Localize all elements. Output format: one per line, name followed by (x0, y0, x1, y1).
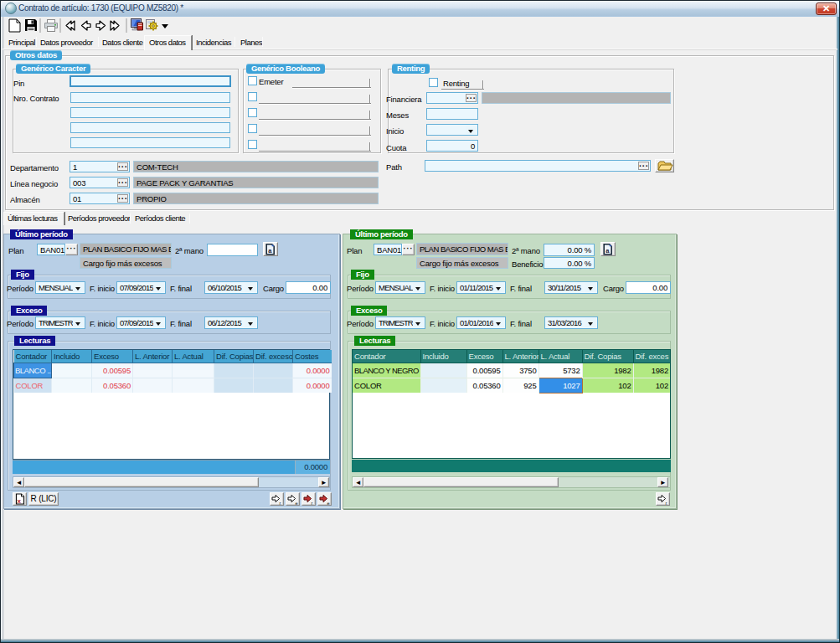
svg-text:r: r (666, 501, 667, 506)
svg-text:r: r (280, 501, 281, 506)
svg-text:e: e (327, 501, 330, 506)
svg-text:e: e (296, 501, 298, 506)
svg-text:r: r (312, 501, 313, 506)
